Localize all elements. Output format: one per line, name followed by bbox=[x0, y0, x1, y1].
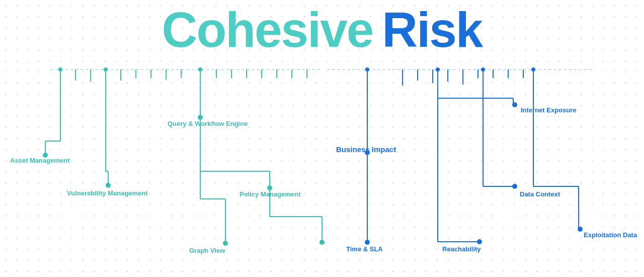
label-graph-view: Graph View bbox=[189, 247, 225, 254]
svg-point-44 bbox=[578, 227, 583, 232]
svg-point-72 bbox=[436, 67, 440, 72]
svg-point-71 bbox=[365, 67, 369, 72]
svg-point-22 bbox=[319, 240, 325, 245]
label-vulnerability-management: Vulnerability Management bbox=[67, 189, 148, 197]
label-data-context: Data Context bbox=[520, 190, 560, 198]
svg-point-70 bbox=[198, 67, 202, 72]
svg-point-68 bbox=[58, 67, 62, 72]
label-reachability: Reachability bbox=[442, 245, 481, 253]
svg-point-69 bbox=[104, 67, 108, 72]
label-asset-management: Asset Management bbox=[10, 157, 69, 164]
label-query-workflow: Query & Workflow Engine bbox=[168, 120, 248, 127]
page-container: Cohesive Risk bbox=[0, 0, 644, 277]
svg-point-39 bbox=[512, 184, 517, 189]
svg-point-74 bbox=[531, 67, 535, 72]
label-time-sla: Time & SLA bbox=[346, 245, 383, 253]
svg-point-35 bbox=[477, 239, 482, 244]
svg-point-27 bbox=[365, 240, 370, 245]
label-policy-management: Policy Management bbox=[239, 190, 300, 198]
svg-point-8 bbox=[106, 183, 111, 188]
label-business-impact: Business Impact bbox=[336, 145, 396, 154]
svg-point-10 bbox=[198, 115, 203, 120]
svg-point-18 bbox=[223, 241, 228, 246]
label-internet-exposure: Internet Exposure bbox=[521, 106, 577, 114]
svg-point-32 bbox=[512, 102, 517, 107]
label-exploitation-data: Exploitation Data bbox=[584, 231, 637, 239]
svg-point-73 bbox=[481, 67, 485, 72]
diagram-svg bbox=[0, 0, 644, 277]
